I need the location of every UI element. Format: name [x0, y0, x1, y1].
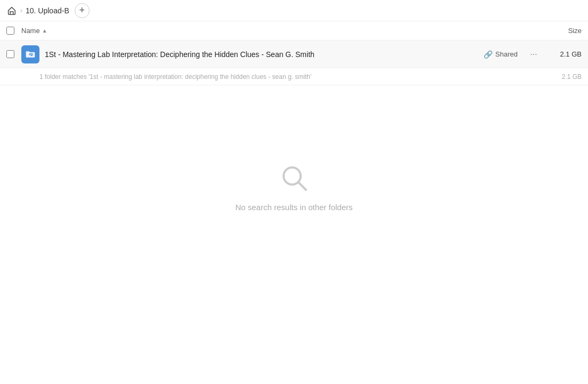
match-note-row: 1 folder matches '1st - mastering lab in… [0, 68, 588, 85]
no-results-message: No search results in other folders [235, 203, 352, 212]
svg-line-2 [299, 182, 306, 190]
match-note-text: 1 folder matches '1st - mastering lab in… [39, 73, 550, 81]
svg-line-0 [30, 54, 31, 54]
select-all-input[interactable] [6, 27, 14, 35]
breadcrumb-current[interactable]: 10. Upload-B [26, 6, 69, 15]
link-icon: 🔗 [484, 50, 493, 59]
shared-label: Shared [495, 50, 518, 58]
size-column-header: Size [539, 27, 582, 35]
file-row[interactable]: 1St - Mastering Lab Interpretation: Deci… [0, 41, 588, 68]
file-name-label: 1St - Mastering Lab Interpretation: Deci… [45, 50, 484, 59]
name-column-label: Name [21, 27, 40, 35]
home-button[interactable] [6, 5, 17, 16]
empty-state: No search results in other folders [0, 85, 588, 288]
file-folder-icon [21, 45, 39, 63]
row-select-input[interactable] [6, 50, 14, 58]
column-headers: Name ▲ Size [0, 21, 588, 41]
sort-arrow-icon: ▲ [42, 28, 47, 34]
file-size: 2.1 GB [550, 50, 582, 58]
more-options-button[interactable]: ··· [526, 47, 541, 62]
add-button[interactable]: + [75, 3, 90, 18]
row-checkbox[interactable] [6, 50, 21, 58]
breadcrumb-bar: › 10. Upload-B + [0, 0, 588, 21]
more-options-icon: ··· [530, 50, 537, 59]
match-note-size: 2.1 GB [550, 73, 582, 81]
size-column-label: Size [568, 27, 582, 35]
select-all-checkbox[interactable] [6, 27, 21, 35]
shared-badge: 🔗 Shared [484, 50, 518, 59]
name-column-header[interactable]: Name ▲ [21, 27, 539, 35]
no-results-search-icon [278, 162, 310, 194]
breadcrumb-separator: › [20, 7, 22, 14]
